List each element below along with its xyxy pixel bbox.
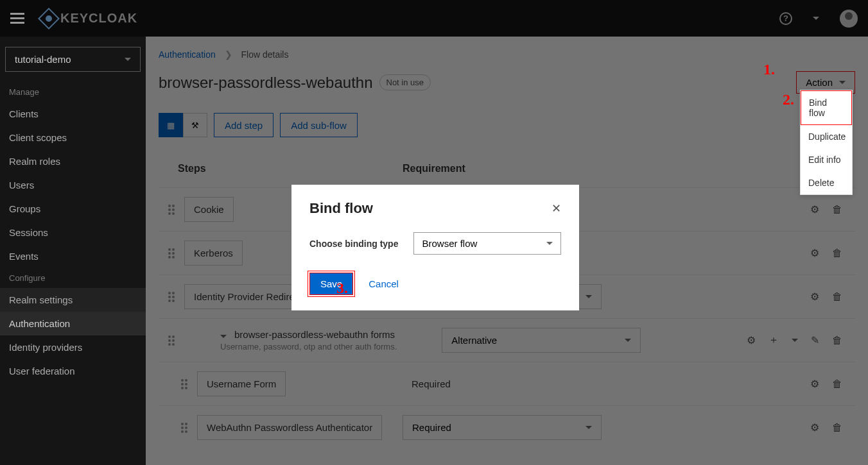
action-menu: Bind flow Duplicate Edit info Delete xyxy=(800,90,853,195)
action-bind-flow[interactable]: Bind flow xyxy=(801,90,852,125)
sidebar-item-events[interactable]: Events xyxy=(0,244,146,268)
help-icon[interactable]: ? xyxy=(779,12,792,25)
sidebar-item-user-federation[interactable]: User federation xyxy=(0,359,146,383)
sidebar-item-sessions[interactable]: Sessions xyxy=(0,221,146,244)
sidebar-item-clients[interactable]: Clients xyxy=(0,102,146,126)
sidebar-item-authentication[interactable]: Authentication xyxy=(0,312,146,335)
bind-flow-modal: Bind flow ✕ Choose binding type Browser … xyxy=(291,185,579,310)
chevron-down-icon xyxy=(125,58,131,61)
sidebar-item-realm-roles[interactable]: Realm roles xyxy=(0,149,146,173)
cancel-button[interactable]: Cancel xyxy=(369,278,399,289)
logo-icon xyxy=(38,8,60,30)
sidebar-item-client-scopes[interactable]: Client scopes xyxy=(0,126,146,149)
nav-section-manage: Manage xyxy=(0,82,146,102)
sidebar: tutorial-demo Manage Clients Client scop… xyxy=(0,37,146,465)
chevron-down-icon xyxy=(546,242,553,245)
logo-text: KEYCLOAK xyxy=(60,11,137,26)
avatar[interactable] xyxy=(840,10,858,28)
action-edit-info[interactable]: Edit info xyxy=(801,148,852,171)
realm-name: tutorial-demo xyxy=(15,54,71,65)
realm-selector[interactable]: tutorial-demo xyxy=(5,47,141,72)
sidebar-item-groups[interactable]: Groups xyxy=(0,197,146,221)
close-icon[interactable]: ✕ xyxy=(551,201,561,216)
user-menu-caret[interactable] xyxy=(813,17,819,20)
binding-type-select[interactable]: Browser flow xyxy=(413,232,561,255)
annotation-3: 3. xyxy=(336,280,348,297)
sidebar-item-realm-settings[interactable]: Realm settings xyxy=(0,288,146,312)
sidebar-item-identity-providers[interactable]: Identity providers xyxy=(0,335,146,359)
binding-type-value: Browser flow xyxy=(422,238,477,249)
menu-toggle[interactable] xyxy=(10,11,26,26)
sidebar-item-users[interactable]: Users xyxy=(0,173,146,197)
action-delete[interactable]: Delete xyxy=(801,171,852,194)
annotation-2: 2. xyxy=(783,91,794,108)
nav-section-configure: Configure xyxy=(0,268,146,288)
logo: KEYCLOAK xyxy=(41,11,137,26)
modal-title: Bind flow xyxy=(309,200,373,217)
action-duplicate[interactable]: Duplicate xyxy=(801,125,852,148)
annotation-1: 1. xyxy=(763,61,775,78)
binding-type-label: Choose binding type xyxy=(309,239,398,249)
